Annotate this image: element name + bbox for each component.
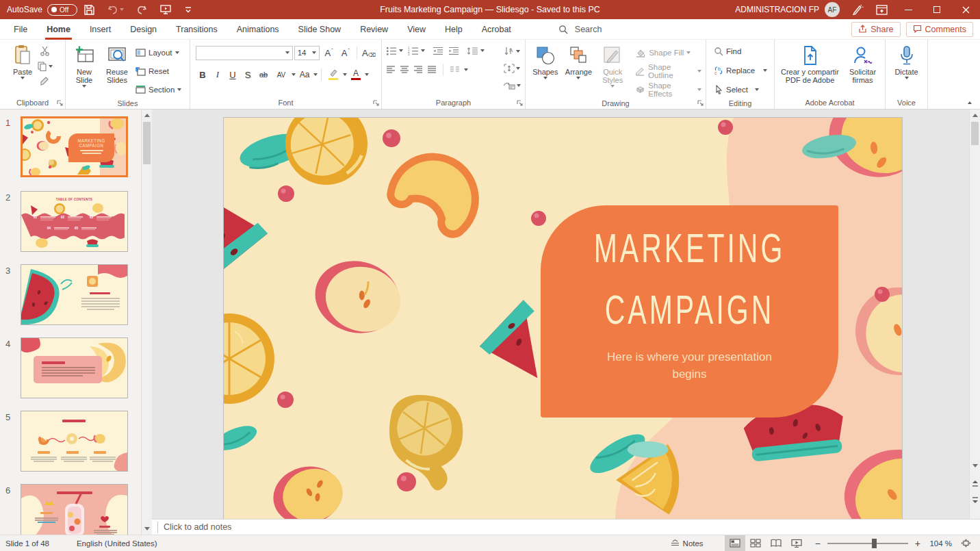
font-dialog-launcher[interactable] [373,100,379,106]
slide-thumbnail-2[interactable]: TABLE OF CONTENTS 01 02 03 04 05 [21,191,128,252]
align-right-icon[interactable] [413,66,423,74]
undo-button[interactable] [101,0,130,19]
slide-title-placeholder[interactable]: MARKETING CAMPAIGN Here is where your pr… [541,205,838,418]
line-spacing-icon[interactable] [467,47,478,55]
next-slide-button[interactable] [970,494,980,506]
dictate-dropdown[interactable] [905,77,909,79]
autosave-toggle[interactable]: AutoSave Off [7,4,77,16]
close-button[interactable] [951,0,980,19]
zoom-in-button[interactable]: + [914,535,922,551]
inking-button[interactable] [845,0,870,19]
align-center-icon[interactable] [400,66,409,74]
highlight-color-button[interactable] [325,68,341,82]
find-button[interactable]: Find [712,43,774,60]
new-slide-button[interactable]: New Slide [68,42,101,94]
italic-button[interactable]: I [211,68,224,82]
minimize-button[interactable] [894,0,923,19]
decrease-font-size-button[interactable]: Aˇ [338,46,353,60]
columns-dropdown[interactable] [464,68,468,71]
arrange-dropdown[interactable] [576,77,580,79]
comments-button[interactable]: Comments [906,22,973,37]
new-slide-dropdown[interactable] [82,85,86,88]
paragraph-dialog-launcher[interactable] [517,100,523,106]
reuse-slides-button[interactable]: Reuse Slides [101,42,133,94]
bold-button[interactable]: B [196,68,209,82]
tab-animations[interactable]: Animations [227,19,289,40]
copy-dropdown[interactable] [49,65,53,68]
copy-button[interactable] [36,59,54,73]
drawing-dialog-launcher[interactable] [697,100,704,106]
thumbnail-scroll-up[interactable] [142,110,152,121]
scroll-down-button[interactable] [970,460,980,472]
maximize-button[interactable] [923,0,951,19]
quick-styles-button[interactable]: Quick Styles [596,42,629,94]
notes-pane[interactable]: Click to add notes [152,519,980,535]
scroll-up-button[interactable] [970,110,980,121]
justify-icon[interactable] [427,66,437,74]
slide-editing-surface[interactable]: MARKETING CAMPAIGN Here is where your pr… [224,118,902,519]
tab-insert[interactable]: Insert [80,19,120,40]
redo-button[interactable] [130,0,153,19]
save-button[interactable] [77,0,101,19]
replace-button[interactable]: bcReplace [712,62,774,79]
ribbon-display-options-button[interactable] [870,0,894,19]
shape-fill-button[interactable]: Shape Fill [633,44,704,61]
shape-effects-button[interactable]: Shape Effects [633,81,704,98]
slideshow-view-button[interactable] [786,535,807,551]
fit-slide-button[interactable] [956,535,976,551]
layout-button[interactable]: Layout [133,44,183,61]
clipboard-dialog-launcher[interactable] [57,100,63,106]
search-box[interactable]: Search [558,25,602,34]
font-size-combo[interactable]: 14 [294,46,320,60]
scroll-thumb[interactable] [971,122,979,145]
tab-transitions[interactable]: Transitions [166,19,227,40]
tab-review[interactable]: Review [350,19,398,40]
slide-thumbnail-4[interactable] [21,337,128,398]
change-case-button[interactable]: Aa [297,68,312,82]
change-case-dropdown[interactable] [313,73,318,76]
slide-thumbnail-5[interactable] [21,411,128,472]
slide-thumbnail-6[interactable] [21,484,128,535]
highlight-dropdown[interactable] [343,73,347,76]
reset-button[interactable]: Reset [133,63,183,79]
thumbnail-scroll-thumb[interactable] [143,122,151,164]
font-name-combo[interactable] [196,46,293,60]
strikethrough-button[interactable]: ab [256,68,271,82]
start-slideshow-button[interactable] [153,0,178,19]
previous-slide-button[interactable] [970,478,980,489]
paste-dropdown[interactable] [21,77,25,79]
thumbnail-scroll-down[interactable] [142,523,152,535]
paste-button[interactable]: Paste [11,42,34,94]
create-pdf-button[interactable]: Crear y compartir PDF de Adobe [779,42,842,94]
slide-thumbnail-1[interactable]: MARKETING CAMPAIGN [21,116,128,177]
text-shadow-button[interactable]: S [241,68,255,82]
slide-sorter-view-button[interactable] [745,535,766,551]
slide-indicator[interactable]: Slide 1 of 48 [5,539,49,548]
zoom-level[interactable]: 104 % [923,539,952,548]
tab-view[interactable]: View [398,19,435,40]
underline-button[interactable]: U [226,68,240,82]
numbering-icon[interactable]: 123 [408,47,419,55]
cut-button[interactable] [36,44,54,58]
tab-design[interactable]: Design [120,19,166,40]
increase-font-size-button[interactable]: Aˆ [321,46,336,60]
format-painter-button[interactable] [36,74,54,88]
tab-acrobat[interactable]: Acrobat [472,19,521,40]
numbering-dropdown[interactable] [421,49,425,52]
shapes-dropdown[interactable] [543,77,547,79]
bullets-dropdown[interactable] [399,49,403,52]
increase-indent-icon[interactable] [448,47,459,55]
font-color-dropdown[interactable] [365,73,369,76]
slide-thumbnail-3[interactable] [21,264,128,325]
share-button[interactable]: Share [851,22,900,37]
arrange-button[interactable]: Arrange [563,42,595,94]
zoom-out-button[interactable]: − [814,535,822,551]
character-spacing-dropdown[interactable] [292,73,296,76]
columns-icon[interactable] [450,66,460,74]
text-direction-button[interactable]: A [502,44,522,58]
customize-qat-button[interactable] [178,0,198,19]
clear-formatting-button[interactable]: A⌫ [361,46,377,60]
shapes-button[interactable]: Shapes [530,42,561,94]
notes-toggle-button[interactable]: Notes [665,535,708,551]
tab-file[interactable]: File [4,19,37,40]
